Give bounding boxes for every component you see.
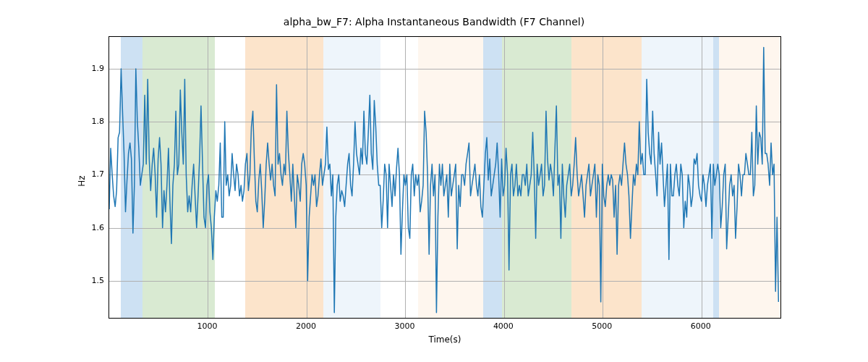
y-axis-label: Hz bbox=[77, 175, 87, 186]
y-tick-label: 1.8 bbox=[92, 117, 105, 126]
y-tick-label: 1.5 bbox=[92, 275, 105, 285]
y-tick-label: 1.7 bbox=[92, 169, 105, 179]
y-tick-label: 1.6 bbox=[92, 222, 105, 232]
line-series bbox=[109, 37, 780, 318]
y-tick-label: 1.9 bbox=[92, 63, 105, 72]
x-tick-label: 5000 bbox=[592, 321, 612, 331]
chart-title: alpha_bw_F7: Alpha Instantaneous Bandwid… bbox=[0, 16, 868, 28]
x-axis-label: Time(s) bbox=[109, 334, 781, 345]
plot-area bbox=[109, 36, 781, 319]
x-tick-label: 1000 bbox=[197, 321, 217, 331]
x-tick-label: 4000 bbox=[493, 321, 514, 331]
x-tick-label: 2000 bbox=[296, 321, 316, 331]
x-tick-label: 6000 bbox=[691, 321, 711, 331]
x-tick-label: 3000 bbox=[394, 321, 414, 331]
figure: alpha_bw_F7: Alpha Instantaneous Bandwid… bbox=[0, 0, 868, 362]
